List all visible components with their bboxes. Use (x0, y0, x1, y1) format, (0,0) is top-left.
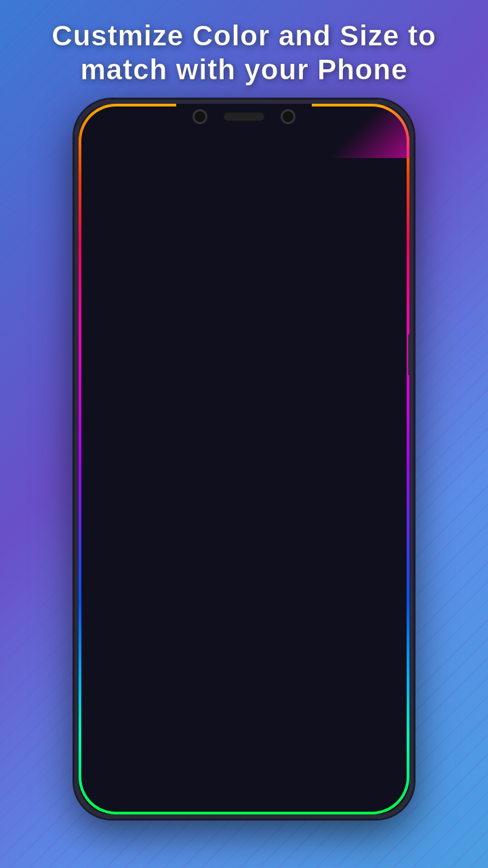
radio-galaxy-label: Galaxy (133, 443, 169, 457)
notif-effect-badge: ( 2 apps selected ) (198, 333, 298, 346)
app-bar: ← Edge Lighting (83, 130, 405, 175)
opacity-section: Opacity 60% 0% (96, 484, 392, 560)
back-arrow-icon: ← (102, 146, 115, 161)
opacity-right-label: 0% (367, 536, 380, 547)
opacity-slider-container: 60% 0% (108, 517, 380, 549)
round-corner-slider-track[interactable] (108, 614, 380, 617)
round-corner-slider-container: Small Medium Large (108, 604, 380, 635)
line-color-title: Line Color (108, 667, 380, 680)
round-corner-medium-label: Medium (228, 623, 260, 633)
round-corner-slider-fill (108, 614, 244, 617)
opacity-slider-track[interactable] (108, 528, 380, 531)
opacity-slider-fill (108, 528, 271, 531)
toggle-knob (375, 213, 390, 228)
display-notif-row: Display while incoming notification (96, 283, 392, 322)
notif-effect-header: Notification Effect ( 2 apps selected ) … (96, 332, 392, 347)
toggle-knob-call (359, 256, 373, 271)
advance-title: Advance (96, 381, 392, 397)
enable-section: Enable Display lighting effect around sc… (96, 189, 392, 245)
notification-effect-row[interactable]: Notification Effect ( 2 apps selected ) … (96, 322, 392, 364)
enable-description: Display lighting effect around screen wh… (96, 211, 348, 235)
opacity-slider-thumb[interactable] (265, 524, 277, 536)
display-notif-label: Display while incoming notification (96, 296, 261, 309)
display-notif-toggle[interactable] (357, 293, 392, 312)
opacity-left-label: 60% (108, 536, 126, 547)
round-corner-large-label: Large (357, 623, 380, 633)
enable-toggle[interactable] (357, 211, 392, 230)
radio-galaxy-circle (108, 441, 126, 459)
front-camera-icon (192, 109, 207, 124)
display-call-label: Display while incoming call (96, 258, 225, 270)
display-call-row: Display while incoming call (96, 245, 392, 283)
radio-flashing-circle (189, 441, 207, 459)
color-row: Color (108, 690, 380, 714)
phone-notch (176, 104, 312, 130)
radio-flashing-label: Flashing (214, 443, 257, 457)
notif-effect-sub: Select application to display on notific… (96, 350, 392, 360)
effect-style-section: Effect Style Galaxy Flashing (96, 403, 392, 474)
page-header-text: Custmize Color and Size to match with yo… (0, 0, 488, 100)
display-call-toggle[interactable] (357, 254, 392, 273)
divider-1 (96, 371, 392, 372)
page-title: Edge Lighting (121, 146, 367, 161)
color-label: Color (108, 696, 133, 708)
notif-effect-label: Notification Effect (96, 333, 195, 346)
radio-group: Galaxy Flashing (108, 437, 380, 463)
round-corner-small-label: Small (108, 623, 131, 633)
chevron-right-icon: › (387, 332, 392, 347)
color-preview[interactable] (355, 690, 380, 714)
toggle-knob-notif (359, 295, 373, 310)
round-corner-section: Round Corner Radious Small Medium Large (96, 570, 392, 646)
face-sensor-icon (281, 109, 296, 124)
enable-title: Enable (96, 189, 392, 204)
phone-screen: ← Edge Lighting Enable Display lighting … (83, 130, 405, 810)
phone-shell: ← Edge Lighting Enable Display lighting … (75, 100, 413, 818)
back-button[interactable]: ← (96, 142, 121, 166)
radio-flashing[interactable]: Flashing (189, 441, 257, 459)
notif-effect-title: Notification Effect ( 2 apps selected ) (96, 333, 298, 347)
round-corner-labels: Small Medium Large (108, 623, 380, 633)
phone-mockup: ← Edge Lighting Enable Display lighting … (75, 100, 413, 818)
phone-side-button (408, 334, 411, 375)
screen-content[interactable]: Enable Display lighting effect around sc… (83, 175, 405, 808)
effect-style-title: Effect Style (108, 414, 380, 428)
round-corner-slider-thumb[interactable] (238, 610, 250, 622)
round-corner-title: Round Corner Radious (108, 580, 380, 594)
radio-galaxy[interactable]: Galaxy (108, 441, 169, 459)
opacity-title: Opacity (108, 494, 380, 508)
home-bar (203, 800, 285, 804)
line-color-section: Line Color Color (96, 656, 392, 725)
notch-pill (224, 113, 264, 121)
opacity-slider-labels: 60% 0% (108, 536, 380, 547)
